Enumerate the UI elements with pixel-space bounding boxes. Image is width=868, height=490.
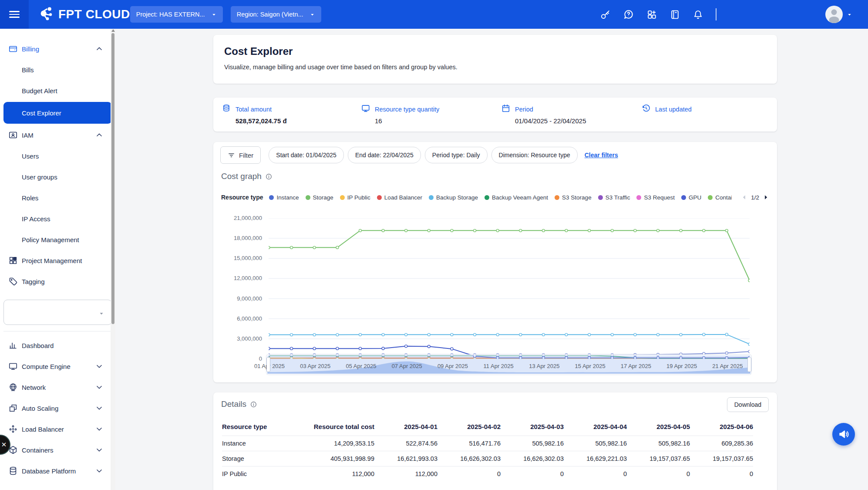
info-icon[interactable] — [265, 173, 273, 180]
project-selector[interactable]: Project: HAS EXTERN... — [130, 6, 223, 23]
globe-icon — [8, 382, 18, 392]
chevron-up-icon — [94, 44, 104, 54]
fpt-cloud-logo[interactable]: FPT CLOUD — [37, 5, 130, 24]
legend-next-icon[interactable] — [762, 194, 769, 201]
legend-pagination: 1/2 — [735, 194, 769, 201]
x-axis-tick: 07 Apr 2025 — [392, 363, 422, 369]
sidebar-item-label: Dashboard — [22, 342, 54, 349]
summary-total-amount: Total amount 528,572,024.75 đ — [222, 104, 287, 125]
sidebar-item-containers[interactable]: Containers — [0, 439, 115, 460]
project-icon — [8, 256, 18, 265]
cost-cell: 516,471.76 — [437, 436, 501, 451]
sidebar-item-label: Auto Scaling — [22, 405, 58, 412]
brush-handle-left[interactable] — [266, 357, 270, 372]
sidebar-item-load-balancer[interactable]: Load Balancer — [0, 419, 115, 439]
summary-label: Total amount — [236, 106, 272, 113]
globe-icon — [8, 382, 18, 392]
legend-dot — [708, 195, 713, 200]
legend-item-backup-storage[interactable]: Backup Storage — [429, 194, 478, 201]
chevron-down-icon — [94, 445, 104, 455]
legend-item-instance[interactable]: Instance — [269, 194, 299, 201]
chart-brush[interactable]: 01 Apr 202503 Apr 202505 Apr 202507 Apr … — [266, 355, 751, 375]
screen-icon — [361, 104, 370, 113]
sidebar-item-billing[interactable]: Billing — [0, 38, 115, 59]
sidebar-scrollbar[interactable] — [111, 29, 115, 490]
key-icon[interactable] — [600, 9, 611, 20]
layers-icon — [8, 403, 18, 413]
filter-chip-3[interactable]: Dimension: Resource type — [491, 147, 578, 163]
sidebar-item-users[interactable]: Users — [0, 145, 115, 166]
sidebar-item-tagging[interactable]: Tagging — [0, 271, 115, 292]
summary-label: Resource type quantity — [375, 106, 439, 113]
sidebar-item-cost-explorer[interactable]: Cost Explorer — [3, 102, 112, 124]
download-button[interactable]: Download — [727, 397, 769, 412]
sidebar-nav: BillingBillsBudget AlertCost ExplorerIAM… — [0, 29, 115, 481]
y-axis-tick: 18,000,000 — [213, 235, 262, 241]
sidebar-item-label: Policy Management — [22, 236, 79, 243]
announcement-button[interactable] — [832, 423, 855, 446]
legend-item-gpu[interactable]: GPU — [681, 194, 701, 201]
support-chat-icon[interactable] — [623, 9, 634, 20]
notifications-bell-icon[interactable] — [693, 9, 703, 20]
sidebar-item-network[interactable]: Network — [0, 377, 115, 398]
sidebar-item-policy-management[interactable]: Policy Management — [0, 229, 115, 250]
sidebar-item-database-platform[interactable]: Database Platform — [0, 460, 115, 481]
sidebar-item-label: Project Management — [22, 257, 82, 264]
clear-filters-link[interactable]: Clear filters — [585, 152, 618, 159]
legend-item-ip-public[interactable]: IP Public — [340, 194, 370, 201]
sidebar-item-budget-alert[interactable]: Budget Alert — [0, 80, 115, 101]
sidebar-item-iam[interactable]: IAM — [0, 125, 115, 145]
history-icon — [641, 104, 651, 115]
legend-item-s3-request[interactable]: S3 Request — [636, 194, 675, 201]
brush-handle-right[interactable] — [747, 357, 751, 372]
y-axis-tick: 15,000,000 — [213, 255, 262, 261]
sidebar-item-project-management[interactable]: Project Management — [0, 250, 115, 271]
resource-type-cell: Storage — [222, 451, 296, 466]
apps-grid-icon[interactable] — [646, 9, 657, 20]
sidebar-scrollbar-thumb[interactable] — [111, 33, 114, 324]
sidebar-item-auto-scaling[interactable]: Auto Scaling — [0, 398, 115, 419]
sidebar-item-roles[interactable]: Roles — [0, 187, 115, 208]
sidebar-item-label: Network — [22, 384, 46, 391]
info-icon[interactable] — [250, 401, 257, 408]
filter-button[interactable]: Filter — [220, 146, 261, 164]
wallet-icon — [8, 44, 18, 54]
sidebar-item-compute-engine[interactable]: Compute Engine — [0, 356, 115, 377]
idcard-icon — [8, 130, 18, 140]
filter-chip-1[interactable]: End date: 22/04/2025 — [348, 147, 421, 163]
legend-dot — [636, 195, 641, 200]
docs-icon[interactable] — [670, 9, 680, 20]
chevron-down-icon — [94, 466, 104, 476]
x-axis-tick: 03 Apr 2025 — [300, 363, 330, 369]
legend-item-backup-veeam-agent[interactable]: Backup Veeam Agent — [484, 194, 548, 201]
scrollbar-up-arrow[interactable] — [111, 29, 115, 32]
chevron-down-icon — [94, 403, 104, 413]
chevron-down-icon — [310, 12, 315, 17]
legend-item-load-balancer[interactable]: Load Balancer — [377, 194, 422, 201]
navbar-divider — [716, 8, 717, 20]
user-menu[interactable] — [823, 5, 855, 24]
sidebar-item-bills[interactable]: Bills — [0, 59, 115, 80]
column-header: Resource total cost — [296, 418, 374, 436]
sidebar-item-dashboard[interactable]: Dashboard — [0, 335, 115, 356]
summary-value: 01/04/2025 - 22/04/2025 — [515, 117, 586, 125]
legend-item-s3-traffic[interactable]: S3 Traffic — [598, 194, 630, 201]
navbar-actions — [594, 0, 868, 29]
filter-chip-0[interactable]: Start date: 01/04/2025 — [269, 147, 344, 163]
sidebar-item-user-groups[interactable]: User groups — [0, 166, 115, 187]
legend-item-s3-storage[interactable]: S3 Storage — [555, 194, 592, 201]
legend-item-storage[interactable]: Storage — [306, 194, 333, 201]
sidebar-item-ip-access[interactable]: IP Access — [0, 208, 115, 229]
region-selector[interactable]: Region: Saigon (Vietn... — [231, 6, 321, 23]
calendar-icon — [501, 104, 511, 115]
legend-prev-icon[interactable] — [741, 194, 748, 201]
sidebar-divider — [3, 331, 112, 331]
menu-button[interactable] — [0, 0, 29, 29]
filter-icon — [228, 152, 235, 159]
sidebar-item-label: IP Access — [22, 215, 50, 223]
legend-item-container-registry[interactable]: Container Registry — [708, 194, 732, 201]
cost-cell: 16,626,302.03 — [437, 451, 501, 466]
filter-chips: Start date: 01/04/2025End date: 22/04/20… — [269, 147, 577, 163]
sidebar-project-select[interactable] — [3, 300, 112, 325]
filter-chip-2[interactable]: Period type: Daily — [425, 147, 488, 163]
